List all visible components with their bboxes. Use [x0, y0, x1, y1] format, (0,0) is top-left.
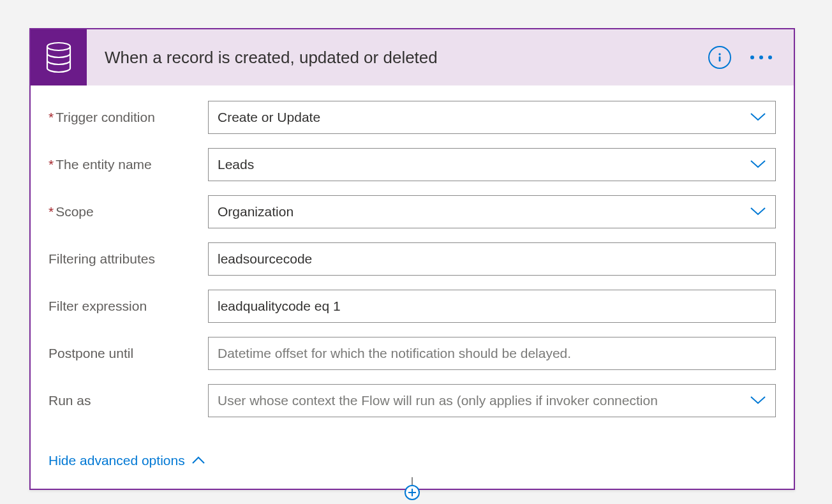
svg-point-1 [718, 53, 720, 55]
trigger-condition-select[interactable] [208, 101, 776, 134]
advanced-toggle-label: Hide advanced options [48, 453, 185, 468]
row-entity-name: *The entity name [48, 148, 776, 181]
postpone-until-input[interactable] [208, 337, 776, 370]
entity-name-select[interactable] [208, 148, 776, 181]
entity-name-value[interactable] [218, 149, 745, 181]
chevron-up-icon [191, 456, 205, 465]
chevron-down-icon [750, 158, 766, 172]
trigger-condition-value[interactable] [218, 101, 745, 133]
card-header: When a record is created, updated or del… [31, 29, 794, 85]
add-step-port [405, 477, 420, 500]
trigger-card: When a record is created, updated or del… [29, 28, 795, 490]
info-button[interactable] [708, 46, 731, 69]
postpone-until-value[interactable] [218, 337, 766, 369]
filter-expression-input[interactable] [208, 290, 776, 323]
hide-advanced-options-toggle[interactable]: Hide advanced options [48, 453, 205, 468]
row-run-as: Run as [48, 384, 776, 417]
label-scope: *Scope [48, 204, 208, 219]
filtering-attributes-value[interactable] [218, 243, 766, 275]
label-filter-expression: Filter expression [48, 299, 208, 314]
label-entity-name: *The entity name [48, 157, 208, 172]
plus-icon [408, 488, 417, 497]
ellipsis-icon [750, 56, 754, 59]
card-title: When a record is created, updated or del… [87, 48, 708, 68]
chevron-down-icon [750, 205, 766, 219]
database-icon [31, 29, 87, 85]
add-step-button[interactable] [405, 485, 420, 500]
label-run-as: Run as [48, 393, 208, 408]
row-filtering-attributes: Filtering attributes [48, 242, 776, 276]
row-filter-expression: Filter expression [48, 290, 776, 323]
card-body: *Trigger condition *The entity name [31, 85, 794, 489]
label-postpone-until: Postpone until [48, 346, 208, 361]
filter-expression-value[interactable] [218, 290, 766, 322]
run-as-select[interactable] [208, 384, 776, 417]
scope-select[interactable] [208, 195, 776, 228]
info-icon [714, 52, 725, 63]
row-scope: *Scope [48, 195, 776, 228]
run-as-value[interactable] [218, 385, 745, 417]
svg-point-0 [47, 43, 70, 50]
scope-value[interactable] [218, 196, 745, 228]
label-trigger-condition: *Trigger condition [48, 110, 208, 125]
chevron-down-icon [750, 394, 766, 408]
svg-rect-2 [719, 57, 721, 62]
label-filtering-attributes: Filtering attributes [48, 251, 208, 267]
chevron-down-icon [750, 110, 766, 125]
filtering-attributes-input[interactable] [208, 242, 776, 276]
row-trigger-condition: *Trigger condition [48, 101, 776, 134]
row-postpone-until: Postpone until [48, 337, 776, 370]
more-options-button[interactable] [748, 52, 775, 63]
